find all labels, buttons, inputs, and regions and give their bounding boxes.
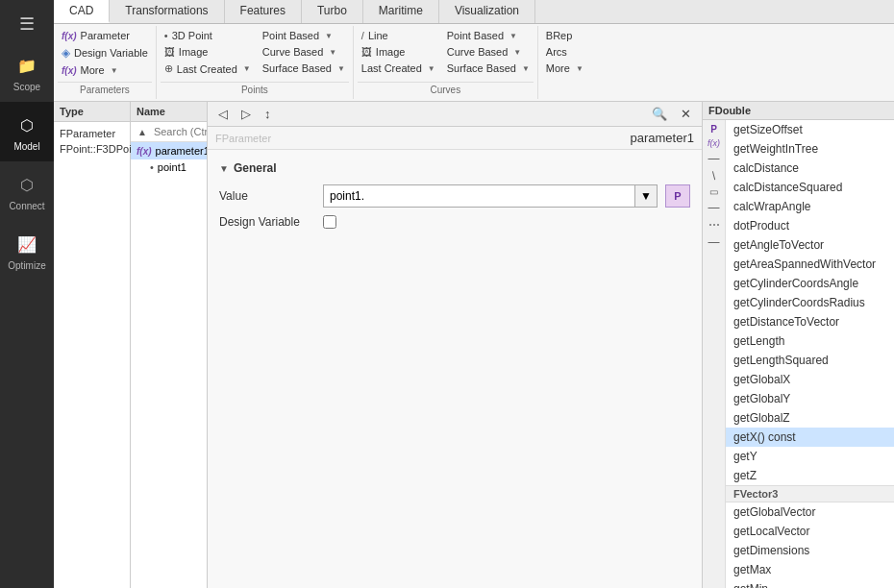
ribbon-btn-design-variable[interactable]: ◈ Design Variable: [58, 44, 152, 61]
hamburger-menu-icon[interactable]: ☰: [12, 6, 42, 42]
nav-jump-btn[interactable]: ↕: [260, 105, 276, 123]
sidebar-item-connect[interactable]: ⬡ Connect: [0, 161, 54, 221]
ac-item-getMin[interactable]: getMin: [726, 579, 894, 588]
sidebar-item-model[interactable]: ⬡ Model: [0, 102, 54, 161]
ac-dots-icon[interactable]: ⋯: [708, 218, 720, 232]
ac-item-getGlobalY[interactable]: getGlobalY: [726, 389, 894, 408]
p-button[interactable]: P: [665, 184, 690, 208]
ac-item-calcDistance[interactable]: calcDistance: [726, 159, 894, 178]
ribbon-btn-surface-based2[interactable]: Surface Based ▼: [443, 61, 534, 76]
sidebar-item-scope[interactable]: 📁 Scope: [0, 42, 54, 102]
ac-item-getAreaSpannedWithVector[interactable]: getAreaSpannedWithVector: [726, 255, 894, 274]
tab-transformations[interactable]: Transformations: [110, 0, 224, 23]
image2-label: Image: [376, 46, 406, 58]
ac-rect-icon[interactable]: ▭: [709, 186, 718, 197]
ac-line1-icon[interactable]: —: [708, 152, 720, 165]
ac-line3-icon[interactable]: —: [708, 235, 720, 249]
type-f3dpoint[interactable]: FPoint::F3DPoint: [54, 141, 130, 157]
type-column-header: Type: [54, 102, 131, 121]
ac-item-getCylinderCoordsRadius[interactable]: getCylinderCoordsRadius: [726, 293, 894, 312]
ribbon-btn-more-params[interactable]: f(x) More ▼: [58, 62, 152, 78]
search-input[interactable]: [152, 124, 207, 139]
more-params-label: More: [81, 64, 105, 76]
sidebar-item-connect-label: Connect: [9, 201, 44, 211]
ac-item-getGlobalX[interactable]: getGlobalX: [726, 370, 894, 389]
sort-ascending-icon[interactable]: ▲: [135, 126, 150, 138]
ac-item-getLength[interactable]: getLength: [726, 331, 894, 351]
brep-label: BRep: [546, 30, 573, 41]
more-params-arrow: ▼: [111, 66, 118, 75]
editor-body: ▼ General Value ▼ P Design Variable: [208, 150, 702, 588]
ac-item-getLocalVector[interactable]: getLocalVector: [726, 522, 894, 541]
work-area: Type Name FParameter FPoint::F3DPoint ▲: [54, 102, 894, 588]
nav-back-btn[interactable]: ◁: [213, 105, 233, 123]
ribbon-btn-curve-based[interactable]: Curve Based ▼: [259, 44, 349, 60]
ribbon-btn-more2[interactable]: More ▼: [542, 61, 587, 76]
ac-item-getSizeOffset[interactable]: getSizeOffset: [726, 120, 894, 139]
ribbon-btn-parameter[interactable]: f(x) Parameter: [58, 28, 152, 43]
ac-item-getCylinderCoordsAngle[interactable]: getCylinderCoordsAngle: [726, 274, 894, 293]
param-name-bar: FParameter parameter1: [208, 127, 702, 150]
value-row: Value ▼ P: [219, 184, 690, 208]
ribbon-btn-point-based2[interactable]: Point Based ▼: [443, 28, 534, 43]
ac-item-getY[interactable]: getY: [726, 447, 894, 466]
autocomplete-body: P f(x) — / ▭ — ⋯ — getSizeOffset getWeig…: [703, 120, 894, 588]
value-dropdown-btn[interactable]: ▼: [635, 184, 658, 208]
ribbon-btn-3d-point[interactable]: • 3D Point: [161, 28, 255, 43]
ribbon-btn-surface-based[interactable]: Surface Based ▼: [259, 61, 349, 76]
section-arrow-icon: ▼: [219, 163, 229, 174]
ac-item-calcDistanceSquared[interactable]: calcDistanceSquared: [726, 178, 894, 197]
ac-item-getLengthSquared[interactable]: getLengthSquared: [726, 351, 894, 370]
ribbon-btn-brep[interactable]: BRep: [542, 28, 587, 43]
ac-line2-icon[interactable]: —: [708, 201, 720, 214]
surface-based-arrow: ▼: [337, 64, 345, 73]
value-input[interactable]: [323, 184, 635, 208]
tree-item-parameter1[interactable]: f(x) parameter1 ?: [131, 142, 207, 159]
ac-item-getDistanceToVector[interactable]: getDistanceToVector: [726, 312, 894, 331]
ribbon-btn-line[interactable]: / Line: [358, 28, 439, 43]
ac-item-getWeightInTree[interactable]: getWeightInTree: [726, 139, 894, 159]
center-area: ◁ ▷ ↕ 🔍 ✕ FParameter parameter1 ▼ Genera…: [208, 102, 702, 588]
tab-turbo[interactable]: Turbo: [302, 0, 363, 23]
image-icon: 🖼: [164, 46, 175, 58]
search-btn[interactable]: 🔍: [647, 105, 672, 123]
more2-label: More: [546, 62, 570, 74]
ribbon-group-curves: / Line 🖼 Image Last Created ▼: [354, 26, 538, 99]
ribbon-btn-curve-based2[interactable]: Curve Based ▼: [443, 44, 534, 60]
design-variable-checkbox[interactable]: [323, 215, 336, 229]
ac-item-dotProduct[interactable]: dotProduct: [726, 216, 894, 235]
ribbon-btn-last-created2[interactable]: Last Created ▼: [358, 61, 439, 76]
parameter1-fx-icon: f(x): [137, 146, 152, 157]
close-btn[interactable]: ✕: [676, 105, 696, 123]
ribbon-btn-point-based[interactable]: Point Based ▼: [259, 28, 349, 43]
ac-item-getDimensions[interactable]: getDimensions: [726, 541, 894, 560]
ac-item-getZ[interactable]: getZ: [726, 466, 894, 485]
ac-slash-icon[interactable]: /: [709, 169, 719, 183]
ac-p-icon[interactable]: P: [710, 124, 717, 135]
tab-maritime[interactable]: Maritime: [363, 0, 439, 23]
tab-visualization[interactable]: Visualization: [439, 0, 535, 23]
ribbon-btn-last-created[interactable]: ⊕ Last Created ▼: [161, 61, 255, 77]
ac-item-getX[interactable]: getX() const: [726, 428, 894, 447]
tab-features[interactable]: Features: [225, 0, 302, 23]
tab-cad[interactable]: CAD: [54, 0, 110, 23]
ac-item-calcWrapAngle[interactable]: calcWrapAngle: [726, 197, 894, 216]
ribbon-btn-arcs[interactable]: Arcs: [542, 44, 587, 60]
type-fparameter[interactable]: FParameter: [54, 126, 130, 141]
sidebar-item-optimize[interactable]: 📈 Optimize: [0, 221, 54, 281]
ribbon-curves-right-col: Point Based ▼ Curve Based ▼ Surface Base…: [443, 28, 534, 76]
ac-item-getMax[interactable]: getMax: [726, 560, 894, 579]
ac-item-getGlobalZ[interactable]: getGlobalZ: [726, 408, 894, 428]
curve-based-label: Curve Based: [262, 46, 324, 58]
ribbon-parameters-col: f(x) Parameter ◈ Design Variable f(x) Mo…: [58, 28, 152, 78]
ac-fx-icon[interactable]: f(x): [708, 138, 720, 148]
tree-sub-point1[interactable]: • point1: [131, 159, 207, 175]
ribbon-points-label: Points: [161, 82, 349, 97]
general-section: ▼ General: [219, 161, 690, 175]
nav-fwd-btn[interactable]: ▷: [236, 105, 256, 123]
ribbon-btn-image[interactable]: 🖼 Image: [161, 44, 255, 60]
autocomplete-header: FDouble: [703, 102, 894, 120]
ac-item-getGlobalVector[interactable]: getGlobalVector: [726, 502, 894, 522]
ac-item-getAngleToVector[interactable]: getAngleToVector: [726, 235, 894, 255]
ribbon-btn-image2[interactable]: 🖼 Image: [358, 44, 439, 60]
